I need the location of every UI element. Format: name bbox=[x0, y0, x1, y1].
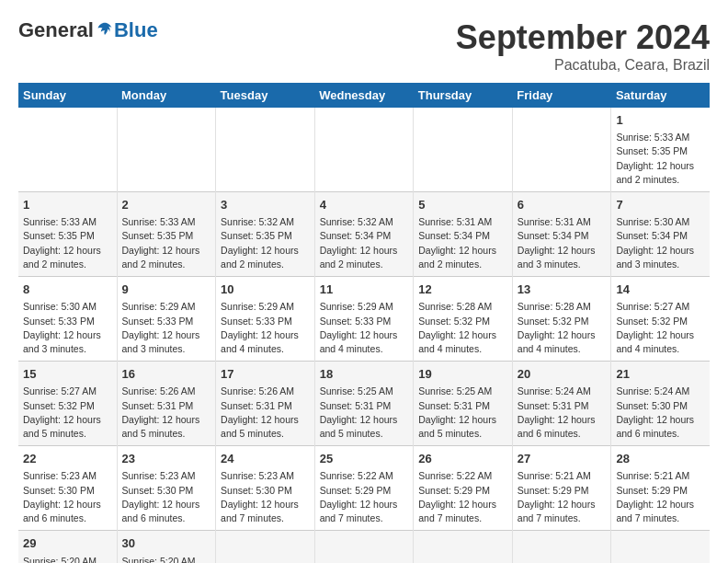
day-info: Sunrise: 5:23 AMSunset: 5:30 PMDaylight:… bbox=[23, 469, 112, 525]
calendar-cell: 21Sunrise: 5:24 AMSunset: 5:30 PMDayligh… bbox=[611, 362, 710, 446]
header: General Blue September 2024 Pacatuba, Ce… bbox=[18, 18, 710, 74]
day-info: Sunrise: 5:27 AMSunset: 5:32 PMDaylight:… bbox=[23, 385, 112, 441]
day-number: 15 bbox=[23, 366, 112, 383]
day-info: Sunrise: 5:27 AMSunset: 5:32 PMDaylight:… bbox=[616, 300, 705, 356]
calendar-cell: 11Sunrise: 5:29 AMSunset: 5:33 PMDayligh… bbox=[314, 277, 414, 362]
day-number: 20 bbox=[518, 366, 607, 383]
day-number: 13 bbox=[518, 282, 607, 298]
day-info: Sunrise: 5:30 AMSunset: 5:33 PMDaylight:… bbox=[23, 300, 112, 356]
day-number: 2 bbox=[122, 197, 211, 213]
logo-blue: Blue bbox=[114, 18, 158, 42]
calendar-cell bbox=[512, 531, 611, 563]
day-number: 29 bbox=[23, 535, 112, 552]
calendar-cell: 6Sunrise: 5:31 AMSunset: 5:34 PMDaylight… bbox=[512, 192, 611, 277]
day-number: 19 bbox=[418, 366, 507, 383]
day-info: Sunrise: 5:29 AMSunset: 5:33 PMDaylight:… bbox=[320, 300, 409, 356]
logo: General Blue bbox=[18, 18, 158, 42]
day-info: Sunrise: 5:23 AMSunset: 5:30 PMDaylight:… bbox=[221, 469, 310, 525]
day-info: Sunrise: 5:23 AMSunset: 5:30 PMDaylight:… bbox=[122, 469, 211, 525]
day-number: 23 bbox=[122, 451, 211, 467]
day-number: 30 bbox=[122, 535, 211, 552]
calendar-week-row: 22Sunrise: 5:23 AMSunset: 5:30 PMDayligh… bbox=[18, 446, 710, 531]
day-number: 6 bbox=[518, 197, 607, 213]
day-info: Sunrise: 5:29 AMSunset: 5:33 PMDaylight:… bbox=[221, 300, 310, 356]
header-sunday: Sunday bbox=[18, 83, 117, 108]
header-saturday: Saturday bbox=[611, 83, 710, 108]
calendar-week-row: 29Sunrise: 5:20 AMSunset: 5:28 PMDayligh… bbox=[18, 531, 710, 563]
day-info: Sunrise: 5:30 AMSunset: 5:34 PMDaylight:… bbox=[616, 215, 705, 271]
calendar-cell: 27Sunrise: 5:21 AMSunset: 5:29 PMDayligh… bbox=[512, 446, 611, 531]
day-info: Sunrise: 5:28 AMSunset: 5:32 PMDaylight:… bbox=[418, 300, 507, 356]
day-info: Sunrise: 5:33 AMSunset: 5:35 PMDaylight:… bbox=[122, 215, 211, 271]
title-section: September 2024 Pacatuba, Ceara, Brazil bbox=[456, 18, 710, 74]
calendar-cell: 29Sunrise: 5:20 AMSunset: 5:28 PMDayligh… bbox=[18, 531, 117, 563]
calendar-cell: 8Sunrise: 5:30 AMSunset: 5:33 PMDaylight… bbox=[18, 277, 117, 362]
calendar-cell: 7Sunrise: 5:30 AMSunset: 5:34 PMDaylight… bbox=[611, 192, 710, 277]
header-wednesday: Wednesday bbox=[314, 83, 414, 108]
header-friday: Friday bbox=[512, 83, 611, 108]
day-number: 9 bbox=[122, 282, 211, 298]
day-number: 22 bbox=[23, 451, 112, 467]
calendar-cell bbox=[117, 108, 216, 192]
day-number: 8 bbox=[23, 282, 112, 298]
day-info: Sunrise: 5:32 AMSunset: 5:34 PMDaylight:… bbox=[320, 215, 409, 271]
calendar-table: SundayMondayTuesdayWednesdayThursdayFrid… bbox=[18, 83, 710, 563]
calendar-cell: 1Sunrise: 5:33 AMSunset: 5:35 PMDaylight… bbox=[611, 108, 710, 192]
day-info: Sunrise: 5:22 AMSunset: 5:29 PMDaylight:… bbox=[418, 469, 507, 525]
day-info: Sunrise: 5:31 AMSunset: 5:34 PMDaylight:… bbox=[418, 215, 507, 271]
header-monday: Monday bbox=[117, 83, 216, 108]
calendar-cell: 12Sunrise: 5:28 AMSunset: 5:32 PMDayligh… bbox=[414, 277, 513, 362]
day-number: 28 bbox=[616, 451, 705, 467]
calendar-week-row: 1Sunrise: 5:33 AMSunset: 5:35 PMDaylight… bbox=[18, 108, 710, 192]
day-info: Sunrise: 5:22 AMSunset: 5:29 PMDaylight:… bbox=[320, 469, 409, 525]
header-thursday: Thursday bbox=[414, 83, 513, 108]
calendar-cell: 22Sunrise: 5:23 AMSunset: 5:30 PMDayligh… bbox=[18, 446, 117, 531]
calendar-cell: 9Sunrise: 5:29 AMSunset: 5:33 PMDaylight… bbox=[117, 277, 216, 362]
calendar-week-row: 15Sunrise: 5:27 AMSunset: 5:32 PMDayligh… bbox=[18, 362, 710, 446]
day-info: Sunrise: 5:28 AMSunset: 5:32 PMDaylight:… bbox=[518, 300, 607, 356]
day-info: Sunrise: 5:33 AMSunset: 5:35 PMDaylight:… bbox=[23, 215, 112, 271]
day-info: Sunrise: 5:29 AMSunset: 5:33 PMDaylight:… bbox=[122, 300, 211, 356]
calendar-cell: 28Sunrise: 5:21 AMSunset: 5:29 PMDayligh… bbox=[611, 446, 710, 531]
day-info: Sunrise: 5:25 AMSunset: 5:31 PMDaylight:… bbox=[320, 385, 409, 441]
day-number: 5 bbox=[418, 197, 507, 213]
calendar-cell bbox=[314, 531, 414, 563]
calendar-cell: 23Sunrise: 5:23 AMSunset: 5:30 PMDayligh… bbox=[117, 446, 216, 531]
day-number: 25 bbox=[320, 451, 409, 467]
day-number: 17 bbox=[221, 366, 310, 383]
day-info: Sunrise: 5:25 AMSunset: 5:31 PMDaylight:… bbox=[418, 385, 507, 441]
day-info: Sunrise: 5:20 AMSunset: 5:28 PMDaylight:… bbox=[23, 555, 112, 564]
day-number: 10 bbox=[221, 282, 310, 298]
day-number: 27 bbox=[518, 451, 607, 467]
calendar-cell: 10Sunrise: 5:29 AMSunset: 5:33 PMDayligh… bbox=[216, 277, 315, 362]
calendar-week-row: 8Sunrise: 5:30 AMSunset: 5:33 PMDaylight… bbox=[18, 277, 710, 362]
day-info: Sunrise: 5:21 AMSunset: 5:29 PMDaylight:… bbox=[616, 469, 705, 525]
calendar-cell bbox=[414, 108, 513, 192]
calendar-cell bbox=[414, 531, 513, 563]
calendar-cell bbox=[611, 531, 710, 563]
calendar-cell bbox=[512, 108, 611, 192]
day-number: 7 bbox=[616, 197, 705, 213]
calendar-cell: 25Sunrise: 5:22 AMSunset: 5:29 PMDayligh… bbox=[314, 446, 414, 531]
calendar-cell: 24Sunrise: 5:23 AMSunset: 5:30 PMDayligh… bbox=[216, 446, 315, 531]
day-number: 16 bbox=[122, 366, 211, 383]
day-info: Sunrise: 5:26 AMSunset: 5:31 PMDaylight:… bbox=[221, 385, 310, 441]
calendar-cell: 17Sunrise: 5:26 AMSunset: 5:31 PMDayligh… bbox=[216, 362, 315, 446]
day-number: 3 bbox=[221, 197, 310, 213]
day-number: 4 bbox=[320, 197, 409, 213]
calendar-cell: 13Sunrise: 5:28 AMSunset: 5:32 PMDayligh… bbox=[512, 277, 611, 362]
calendar-cell: 1Sunrise: 5:33 AMSunset: 5:35 PMDaylight… bbox=[18, 192, 117, 277]
day-info: Sunrise: 5:26 AMSunset: 5:31 PMDaylight:… bbox=[122, 385, 211, 441]
day-info: Sunrise: 5:21 AMSunset: 5:29 PMDaylight:… bbox=[518, 469, 607, 525]
day-number: 21 bbox=[616, 366, 705, 383]
calendar-header-row: SundayMondayTuesdayWednesdayThursdayFrid… bbox=[18, 83, 710, 108]
calendar-cell: 15Sunrise: 5:27 AMSunset: 5:32 PMDayligh… bbox=[18, 362, 117, 446]
calendar-cell: 20Sunrise: 5:24 AMSunset: 5:31 PMDayligh… bbox=[512, 362, 611, 446]
day-number: 24 bbox=[221, 451, 310, 467]
day-number: 1 bbox=[23, 197, 112, 213]
calendar-cell: 19Sunrise: 5:25 AMSunset: 5:31 PMDayligh… bbox=[414, 362, 513, 446]
calendar-week-row: 1Sunrise: 5:33 AMSunset: 5:35 PMDaylight… bbox=[18, 192, 710, 277]
month-title: September 2024 bbox=[456, 18, 710, 57]
calendar-cell: 18Sunrise: 5:25 AMSunset: 5:31 PMDayligh… bbox=[314, 362, 414, 446]
calendar-cell: 14Sunrise: 5:27 AMSunset: 5:32 PMDayligh… bbox=[611, 277, 710, 362]
